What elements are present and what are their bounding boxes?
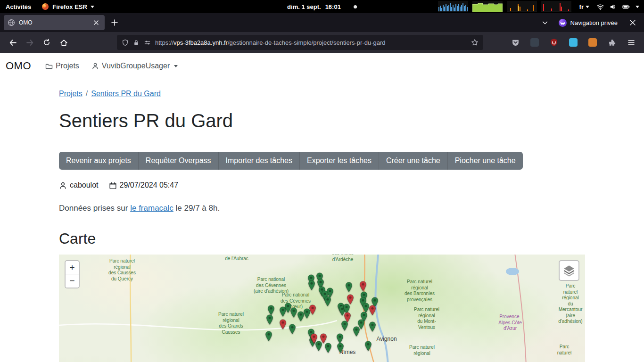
disk-graph[interactable]	[541, 1, 571, 12]
list-all-tabs-button[interactable]	[538, 16, 552, 30]
map-marker-green[interactable]	[289, 324, 296, 336]
battery-icon	[622, 3, 631, 10]
bookmark-star-icon[interactable]	[471, 39, 479, 46]
gnome-top-bar: Activités Firefox ESR dim. 1 sept. 16:01	[0, 0, 644, 13]
extension-icon-dark[interactable]	[527, 34, 543, 50]
system-status-area[interactable]	[596, 3, 639, 10]
nav-projects[interactable]: Projets	[45, 62, 79, 70]
import-tasks-button[interactable]: Importer des tâches	[219, 152, 300, 170]
window-close-button[interactable]	[626, 16, 639, 29]
breadcrumb-separator: /	[86, 90, 88, 98]
map-section-heading: Carte	[59, 229, 585, 248]
map-marker-green[interactable]	[308, 280, 315, 292]
person-icon	[91, 62, 99, 70]
chevron-down-icon	[636, 6, 639, 8]
firefox-icon	[41, 3, 49, 10]
private-browsing-label: Navigation privée	[570, 19, 618, 26]
extension-icon-blue[interactable]	[565, 34, 581, 50]
volume-icon	[609, 3, 617, 10]
map-marker-red[interactable]	[311, 333, 318, 346]
network-graph[interactable]	[507, 1, 537, 12]
ublock-origin-icon[interactable]	[546, 34, 562, 50]
map-marker-green[interactable]	[324, 296, 331, 308]
keyboard-layout-indicator[interactable]: fr	[579, 3, 589, 10]
zoom-out-button[interactable]: −	[66, 274, 79, 288]
map-marker-green[interactable]	[365, 341, 372, 353]
back-to-projects-button[interactable]: Revenir aux projets	[59, 152, 139, 170]
extension-icon-orange[interactable]	[585, 34, 601, 50]
created-date: 29/07/2024 05:47	[120, 181, 179, 189]
lock-icon	[133, 39, 140, 46]
nav-user-dropdown[interactable]: VuvibGroupeUsager	[91, 62, 178, 70]
map-marker-green[interactable]	[337, 343, 344, 355]
tracking-protection-shield-icon	[122, 39, 129, 46]
map-marker-green[interactable]	[353, 326, 360, 338]
map-marker-green[interactable]	[290, 307, 297, 320]
cpu-graph[interactable]	[438, 1, 468, 12]
url-text[interactable]: https://vps-3fba2a8a.ynh.fr/gestionnaire…	[155, 39, 467, 46]
map-marker-red[interactable]	[360, 281, 367, 293]
map-marker-red[interactable]	[320, 333, 327, 346]
new-tab-button[interactable]	[107, 16, 122, 30]
map-marker-red[interactable]	[347, 294, 354, 306]
screen: Activités Firefox ESR dim. 1 sept. 16:01	[0, 0, 644, 362]
extensions-puzzle-icon[interactable]	[604, 34, 620, 50]
project-description: Données prises sur le framacalc le 29/7 …	[59, 204, 585, 213]
reload-button[interactable]	[39, 34, 55, 50]
chevron-down-icon	[586, 6, 589, 8]
app-menu-label: Firefox ESR	[52, 3, 87, 10]
keyboard-layout-label: fr	[579, 3, 584, 10]
pick-task-button[interactable]: Piocher une tâche	[448, 152, 523, 170]
create-task-button[interactable]: Créer une tâche	[379, 152, 448, 170]
chevron-down-icon	[174, 65, 178, 67]
author-person-icon	[59, 181, 67, 189]
calendar-icon	[109, 181, 117, 189]
breadcrumb-projects-link[interactable]: Projets	[59, 90, 83, 98]
page-title: Sentiers PR du Gard	[59, 109, 585, 132]
tab-close-button[interactable]	[91, 18, 101, 27]
status-dot	[354, 5, 357, 8]
clock-date: dim. 1 sept.	[287, 3, 321, 10]
map-marker-green[interactable]	[265, 331, 272, 343]
project-meta: caboulot 29/07/2024 05:47	[59, 181, 585, 189]
project-toolbar: Revenir aux projets Requêter Overpass Im…	[59, 152, 523, 170]
private-browsing-mask-icon	[559, 19, 567, 27]
back-button[interactable]	[5, 34, 21, 50]
map-marker-red[interactable]	[309, 304, 316, 317]
permissions-icon	[144, 39, 151, 46]
clock[interactable]: dim. 1 sept. 16:01	[287, 0, 357, 13]
chevron-down-icon	[91, 6, 94, 8]
forward-button[interactable]	[22, 34, 38, 50]
pocket-icon[interactable]	[507, 34, 523, 50]
layers-icon	[562, 264, 576, 277]
map-marker-red[interactable]	[369, 305, 376, 317]
overpass-query-button[interactable]: Requêter Overpass	[139, 152, 219, 170]
browser-tab-active[interactable]: OMO	[4, 15, 105, 30]
map-marker-red[interactable]	[344, 312, 351, 324]
home-button[interactable]	[56, 34, 72, 50]
map-canvas[interactable]: Parc naturel régional des Causses du Que…	[59, 255, 585, 362]
activities-button[interactable]: Activités	[6, 3, 31, 10]
export-tasks-button[interactable]: Exporter les tâches	[300, 152, 379, 170]
layers-control[interactable]	[559, 260, 579, 281]
zoom-in-button[interactable]: +	[66, 261, 79, 274]
app-menu-button[interactable]: Firefox ESR	[41, 3, 94, 10]
author-name: caboulot	[70, 181, 99, 189]
clock-time: 16:01	[325, 3, 341, 10]
private-browsing-badge: Navigation privée	[559, 19, 618, 27]
browser-tab-bar: OMO Navigation privée	[0, 13, 644, 32]
map-marker-red[interactable]	[280, 319, 287, 331]
framacalc-link[interactable]: le framacalc	[130, 204, 173, 213]
page-content: Projets/Sentiers PR du Gard Sentiers PR …	[59, 90, 585, 362]
site-brand[interactable]: OMO	[6, 60, 31, 72]
map-marker-green[interactable]	[346, 282, 353, 294]
menu-icon[interactable]	[623, 34, 639, 50]
map-marker-green[interactable]	[266, 314, 273, 327]
memory-graph[interactable]	[472, 1, 503, 12]
breadcrumb-current-link[interactable]: Sentiers PR du Gard	[91, 90, 161, 98]
nav-user-label: VuvibGroupeUsager	[102, 62, 170, 70]
url-bar[interactable]: https://vps-3fba2a8a.ynh.fr/gestionnaire…	[117, 35, 483, 50]
browser-nav-toolbar: https://vps-3fba2a8a.ynh.fr/gestionnaire…	[0, 32, 644, 53]
map-marker-green[interactable]	[369, 321, 376, 334]
tab-title: OMO	[19, 19, 88, 26]
